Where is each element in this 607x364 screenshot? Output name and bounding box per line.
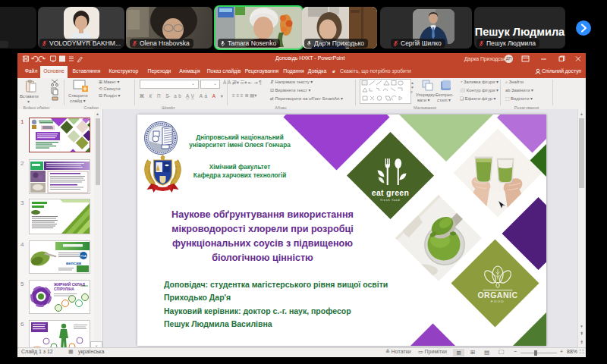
- svg-text:fresh food: fresh food: [381, 199, 401, 202]
- svg-text:велсам: велсам: [66, 261, 81, 265]
- svg-text:eat green: eat green: [372, 188, 409, 197]
- svg-text:FDA: FDA: [80, 254, 86, 258]
- svg-text:СПІРУЛІНА: СПІРУЛІНА: [54, 287, 74, 291]
- svg-text:FOOD: FOOD: [491, 300, 505, 303]
- svg-text:ORGANIC: ORGANIC: [477, 290, 517, 300]
- svg-text:Білки: Білки: [80, 284, 88, 287]
